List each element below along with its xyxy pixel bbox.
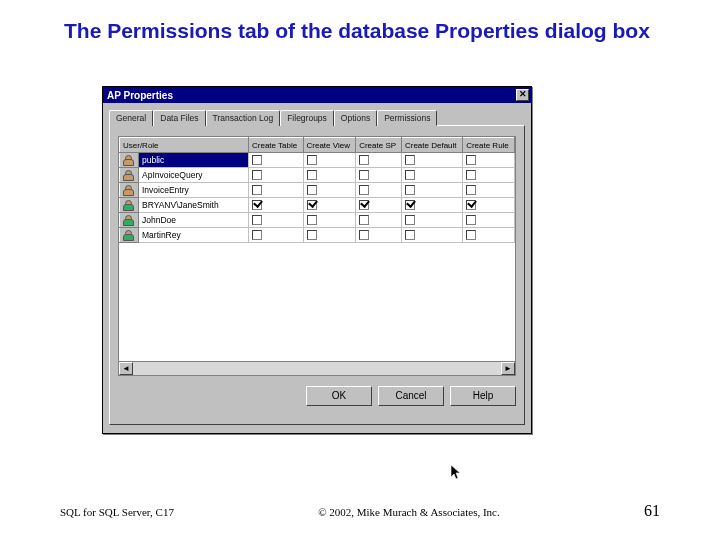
permission-cell[interactable] xyxy=(303,183,356,198)
footer-page-number: 61 xyxy=(644,502,660,520)
permission-cell[interactable] xyxy=(401,183,462,198)
permission-cell[interactable] xyxy=(249,198,304,213)
col-create-rule[interactable]: Create Rule xyxy=(463,138,515,153)
col-create-default[interactable]: Create Default xyxy=(401,138,462,153)
scroll-left-icon[interactable]: ◄ xyxy=(119,362,133,375)
checkbox[interactable] xyxy=(466,215,476,225)
ok-button[interactable]: OK xyxy=(306,386,372,406)
permission-cell[interactable] xyxy=(401,213,462,228)
dialog-button-row: OK Cancel Help xyxy=(118,386,516,406)
permission-cell[interactable] xyxy=(249,153,304,168)
checkbox[interactable] xyxy=(359,215,369,225)
row-header[interactable] xyxy=(120,183,139,198)
scroll-right-icon[interactable]: ► xyxy=(501,362,515,375)
permission-cell[interactable] xyxy=(303,153,356,168)
row-name: BRYANV\JaneSmith xyxy=(139,198,249,213)
table-row[interactable]: public xyxy=(120,153,515,168)
permission-cell[interactable] xyxy=(463,183,515,198)
tab-permissions[interactable]: Permissions xyxy=(377,110,437,126)
permission-cell[interactable] xyxy=(401,228,462,243)
row-header[interactable] xyxy=(120,213,139,228)
checkbox[interactable] xyxy=(405,185,415,195)
row-header[interactable] xyxy=(120,153,139,168)
checkbox[interactable] xyxy=(359,230,369,240)
permission-cell[interactable] xyxy=(463,198,515,213)
col-create-table[interactable]: Create Table xyxy=(249,138,304,153)
checkbox[interactable] xyxy=(466,230,476,240)
table-row[interactable]: BRYANV\JaneSmith xyxy=(120,198,515,213)
checkbox[interactable] xyxy=(359,155,369,165)
permission-cell[interactable] xyxy=(249,168,304,183)
permission-cell[interactable] xyxy=(401,198,462,213)
checkbox[interactable] xyxy=(252,215,262,225)
checkbox[interactable] xyxy=(466,155,476,165)
permission-cell[interactable] xyxy=(249,213,304,228)
permission-cell[interactable] xyxy=(303,198,356,213)
checkbox[interactable] xyxy=(307,215,317,225)
col-user-role[interactable]: User/Role xyxy=(120,138,249,153)
permission-cell[interactable] xyxy=(463,153,515,168)
titlebar[interactable]: AP Properties ✕ xyxy=(103,87,531,103)
checkbox[interactable] xyxy=(359,170,369,180)
checkbox[interactable] xyxy=(252,230,262,240)
table-row[interactable]: ApInvoiceQuery xyxy=(120,168,515,183)
permission-cell[interactable] xyxy=(356,198,402,213)
row-header[interactable] xyxy=(120,198,139,213)
checkbox[interactable] xyxy=(252,200,262,210)
permission-cell[interactable] xyxy=(463,228,515,243)
table-row[interactable]: InvoiceEntry xyxy=(120,183,515,198)
permission-cell[interactable] xyxy=(356,228,402,243)
permission-cell[interactable] xyxy=(249,183,304,198)
checkbox[interactable] xyxy=(405,200,415,210)
checkbox[interactable] xyxy=(405,155,415,165)
permission-cell[interactable] xyxy=(356,183,402,198)
permission-cell[interactable] xyxy=(356,153,402,168)
col-create-view[interactable]: Create View xyxy=(303,138,356,153)
checkbox[interactable] xyxy=(307,155,317,165)
checkbox[interactable] xyxy=(307,200,317,210)
tab-general[interactable]: General xyxy=(109,110,153,126)
col-create-sp[interactable]: Create SP xyxy=(356,138,402,153)
checkbox[interactable] xyxy=(466,200,476,210)
help-button[interactable]: Help xyxy=(450,386,516,406)
checkbox[interactable] xyxy=(307,185,317,195)
checkbox[interactable] xyxy=(252,185,262,195)
checkbox[interactable] xyxy=(252,155,262,165)
checkbox[interactable] xyxy=(307,170,317,180)
tab-data-files[interactable]: Data Files xyxy=(153,110,205,126)
checkbox[interactable] xyxy=(405,230,415,240)
checkbox[interactable] xyxy=(359,185,369,195)
checkbox[interactable] xyxy=(359,200,369,210)
cancel-button[interactable]: Cancel xyxy=(378,386,444,406)
table-row[interactable]: MartinRey xyxy=(120,228,515,243)
row-name: MartinRey xyxy=(139,228,249,243)
checkbox[interactable] xyxy=(405,215,415,225)
close-icon[interactable]: ✕ xyxy=(516,89,529,101)
permission-cell[interactable] xyxy=(463,213,515,228)
permission-cell[interactable] xyxy=(356,168,402,183)
permission-cell[interactable] xyxy=(249,228,304,243)
checkbox[interactable] xyxy=(307,230,317,240)
svg-marker-0 xyxy=(451,465,460,479)
permission-cell[interactable] xyxy=(303,213,356,228)
permissions-grid[interactable]: User/Role Create Table Create View Creat… xyxy=(118,136,516,376)
tab-transaction-log[interactable]: Transaction Log xyxy=(206,110,281,126)
tab-filegroups[interactable]: Filegroups xyxy=(280,110,334,126)
permission-cell[interactable] xyxy=(401,153,462,168)
horizontal-scrollbar[interactable]: ◄ ► xyxy=(119,361,515,375)
dialog-body: General Data Files Transaction Log Fileg… xyxy=(103,103,531,433)
permission-cell[interactable] xyxy=(303,228,356,243)
row-header[interactable] xyxy=(120,168,139,183)
permission-cell[interactable] xyxy=(303,168,356,183)
checkbox[interactable] xyxy=(466,170,476,180)
checkbox[interactable] xyxy=(252,170,262,180)
row-header[interactable] xyxy=(120,228,139,243)
checkbox[interactable] xyxy=(466,185,476,195)
tab-options[interactable]: Options xyxy=(334,110,377,126)
permission-cell[interactable] xyxy=(401,168,462,183)
role-icon xyxy=(123,170,133,180)
checkbox[interactable] xyxy=(405,170,415,180)
permission-cell[interactable] xyxy=(463,168,515,183)
permission-cell[interactable] xyxy=(356,213,402,228)
table-row[interactable]: JohnDoe xyxy=(120,213,515,228)
